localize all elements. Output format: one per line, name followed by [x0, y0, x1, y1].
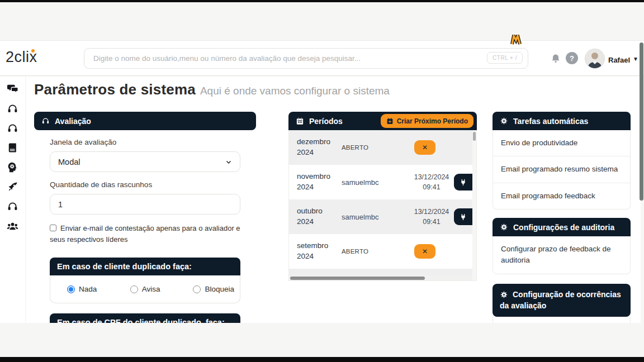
users-group-icon[interactable] — [6, 219, 20, 232]
headset-icon — [41, 117, 50, 125]
periodo-user: samuelmbc — [342, 178, 399, 187]
gear-icon — [500, 117, 508, 125]
panel-periodos-header: Períodos Criar Próximo Período — [288, 112, 477, 130]
user-menu[interactable]: Rafael — [608, 56, 630, 64]
bottom-black-bar — [0, 357, 644, 362]
page-head: Parâmetros de sistemaAqui é onde vamos c… — [34, 81, 390, 98]
head-gear-icon[interactable] — [6, 160, 20, 174]
contest-checkbox[interactable] — [50, 225, 56, 231]
page-title: Parâmetros de sistema — [34, 81, 196, 98]
periodo-status: ABERTO — [342, 144, 399, 151]
periodo-user: samuelmbc — [342, 213, 399, 221]
panel-avaliacao: Avaliação Janela de avaliação Modal Quan… — [34, 112, 256, 323]
headset-icon[interactable] — [6, 102, 20, 115]
headset-icon[interactable] — [6, 199, 20, 213]
close-period-button[interactable]: ✕ — [414, 244, 435, 259]
main-content: Parâmetros de sistemaAqui é onde vamos c… — [26, 77, 641, 323]
book-icon[interactable] — [6, 141, 20, 154]
gear-icon — [500, 290, 508, 299]
x-icon: ✕ — [422, 144, 428, 151]
panel-ocorrencias: Configuração de ocorrências da avaliação — [493, 284, 631, 323]
radio-icon[interactable] — [67, 285, 75, 293]
contest-checkbox-row[interactable]: Enviar e-mail de contestação apenas para… — [50, 223, 240, 245]
tarefa-item[interactable]: Envio de produtividade — [493, 130, 630, 156]
keyboard-shortcut-badge: CTRL + / — [487, 52, 523, 64]
headset-icon[interactable] — [6, 121, 20, 135]
panel-tarefas-automaticas: Tarefas automáticas Envio de produtivida… — [493, 112, 631, 209]
calendar-plus-icon — [386, 117, 394, 125]
help-icon[interactable]: ? — [566, 52, 578, 64]
periodos-vertical-scrollbar[interactable] — [472, 130, 476, 280]
reopen-period-button[interactable] — [454, 174, 472, 190]
reopen-period-button[interactable] — [454, 208, 472, 225]
app-header: 2clix CTRL + / ? Rafael ▼ — [0, 40, 644, 76]
page-subtitle: Aqui é onde vamos configurar o sistema — [200, 85, 390, 97]
radio-icon[interactable] — [193, 285, 201, 293]
x-icon: ✕ — [422, 247, 428, 255]
radio-option-bloqueia[interactable]: Bloqueia — [193, 285, 234, 293]
radio-icon[interactable] — [130, 285, 138, 293]
bell-icon[interactable] — [550, 53, 561, 64]
plug-icon — [460, 213, 467, 221]
periodo-row: outubro2024 samuelmbc 13/12/202409:41 — [289, 199, 476, 234]
cpf-duplicado-header: Em caso de CPF do cliente duplicado, faç… — [50, 313, 240, 323]
periodo-row: dezembro2024 ABERTO ✕ — [289, 130, 476, 165]
auditoria-item[interactable]: Configurar prazo de feedback de auditori… — [493, 236, 630, 274]
panel-auditoria: Configurações de auditoria Configurar pr… — [493, 218, 631, 274]
top-black-bar — [0, 0, 644, 2]
search-input[interactable] — [84, 48, 528, 69]
icon-sidebar — [0, 77, 26, 323]
tarefa-item[interactable]: Email programado resumo sistema — [493, 156, 630, 183]
periodo-row: setembro2024 ABERTO ✕ — [289, 234, 476, 269]
logo-orange-dot — [31, 49, 35, 53]
plug-icon — [460, 179, 467, 186]
janela-avaliacao-select[interactable]: Modal — [50, 151, 240, 172]
radio-option-avisa[interactable]: Avisa — [130, 285, 193, 293]
periodos-horizontal-scrollbar[interactable] — [289, 275, 476, 280]
panel-tarefas-header: Tarefas automáticas — [493, 112, 631, 130]
panel-ocorrencias-header: Configuração de ocorrências da avaliação — [493, 284, 631, 317]
cliente-duplicado-header: Em caso de cliente duplicado faça: — [50, 258, 240, 275]
panel-ocorrencias-body — [493, 317, 631, 323]
dias-rascunhos-input[interactable]: 1 — [50, 194, 240, 215]
page-scrollbar[interactable] — [640, 42, 643, 358]
close-period-button[interactable]: ✕ — [414, 140, 435, 155]
gear-icon — [500, 223, 508, 231]
contest-checkbox-label: Enviar e-mail de contestação apenas para… — [50, 224, 240, 244]
periodo-status: ABERTO — [342, 248, 399, 255]
dias-rascunhos-label: Quantidade de dias rascunhos — [50, 180, 240, 189]
cliente-duplicado-options: Nada Avisa Bloqueia — [50, 275, 240, 303]
rocket-icon[interactable] — [6, 180, 20, 193]
chat-bubbles-icon[interactable] — [6, 82, 20, 96]
janela-avaliacao-label: Janela de avaliação — [50, 138, 240, 146]
periodo-row: novembro2024 samuelmbc 13/12/202409:41 — [289, 165, 476, 199]
criar-proximo-periodo-button[interactable]: Criar Próximo Período — [381, 114, 473, 128]
logo: 2clix — [6, 49, 37, 66]
chevron-down-icon — [225, 159, 232, 165]
calendar-icon — [296, 117, 304, 125]
radio-option-nada[interactable]: Nada — [67, 285, 130, 293]
caret-down-icon: ▼ — [633, 56, 638, 62]
panel-periodos: Períodos Criar Próximo Período dezembro2… — [288, 112, 477, 284]
panel-avaliacao-header: Avaliação — [34, 112, 256, 130]
periodo-row-partial — [289, 269, 476, 275]
panel-auditoria-header: Configurações de auditoria — [493, 218, 631, 236]
avatar[interactable] — [585, 49, 605, 69]
tarefa-item[interactable]: Email programado feedback — [493, 183, 630, 209]
cursor-decoration-icon — [510, 35, 522, 45]
